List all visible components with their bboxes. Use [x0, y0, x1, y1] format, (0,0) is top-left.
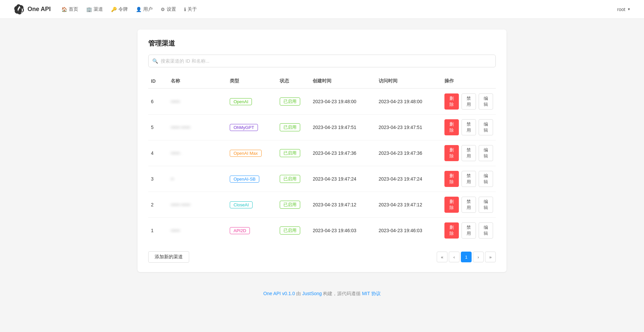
nav-item-channel[interactable]: 🏢 渠道 — [86, 6, 103, 12]
cell-actions: 删除禁用编辑 — [442, 166, 496, 192]
nav-item-settings[interactable]: ⚙ 设置 — [161, 6, 176, 12]
footer-text: One API v0.1.0 由 JustSong 构建，源代码遵循 MIT 协… — [263, 291, 381, 296]
delete-button[interactable]: 删除 — [444, 93, 459, 110]
user-menu[interactable]: root ▼ — [617, 7, 631, 12]
license-link[interactable]: MIT 协议 — [362, 291, 381, 296]
nav-item-about[interactable]: ℹ 关于 — [184, 6, 197, 12]
cell-id: 6 — [148, 88, 168, 115]
search-input[interactable] — [148, 55, 496, 67]
author-link[interactable]: JustSong — [302, 291, 322, 296]
edit-button[interactable]: 编辑 — [479, 171, 493, 187]
brand-logo-link[interactable]: One API — [13, 4, 51, 15]
type-badge: API2D — [230, 227, 250, 234]
table-container: ID 名称 类型 状态 创建时间 访问时间 操作 6••••••OpenAI已启… — [148, 74, 496, 243]
user-dropdown-icon: ▼ — [627, 7, 631, 11]
nav-item-user[interactable]: 👤 用户 — [136, 6, 153, 12]
nav-token-label: 令牌 — [118, 6, 128, 12]
table-row: 3••OpenAI-SB已启用2023-04-23 19:47:242023-0… — [148, 166, 496, 192]
cell-access-time: 2023-04-23 19:47:12 — [376, 192, 442, 218]
token-icon: 🔑 — [111, 7, 117, 12]
page-title: 管理渠道 — [148, 39, 496, 48]
nav-item-home[interactable]: 🏠 首页 — [61, 6, 78, 12]
nav-user-label: 用户 — [143, 6, 153, 12]
type-badge: OpenAI-SB — [230, 176, 259, 183]
cell-name: •••••• •••••• — [168, 192, 227, 218]
edit-button[interactable]: 编辑 — [479, 222, 493, 239]
pagination-prev[interactable]: ‹ — [449, 252, 460, 262]
delete-button[interactable]: 删除 — [444, 145, 459, 161]
pagination-next[interactable]: › — [473, 252, 484, 262]
current-user: root — [617, 7, 625, 12]
delete-button[interactable]: 删除 — [444, 197, 459, 213]
type-badge: OhMyGPT — [230, 124, 258, 131]
navbar-left: One API 🏠 首页 🏢 渠道 🔑 令牌 — [13, 4, 197, 15]
delete-button[interactable]: 删除 — [444, 171, 459, 187]
cell-access-time: 2023-04-23 19:47:36 — [376, 140, 442, 166]
pagination-first[interactable]: « — [437, 252, 447, 262]
cell-type: OhMyGPT — [227, 115, 277, 140]
nav-home-label: 首页 — [69, 6, 78, 12]
cell-status: 已启用 — [277, 192, 310, 218]
disable-button[interactable]: 禁用 — [462, 119, 476, 135]
cell-create-time: 2023-04-23 19:47:12 — [310, 192, 376, 218]
footer-middle: 构建，源代码遵循 — [323, 291, 362, 296]
action-buttons: 删除禁用编辑 — [444, 119, 493, 135]
cell-type: API2D — [227, 218, 277, 244]
edit-button[interactable]: 编辑 — [479, 93, 493, 110]
cell-create-time: 2023-04-23 19:47:51 — [310, 115, 376, 140]
col-access-time: 访问时间 — [376, 74, 442, 88]
disable-button[interactable]: 禁用 — [462, 197, 476, 213]
search-wrapper: 🔍 — [148, 55, 496, 67]
cell-type: OpenAI-SB — [227, 166, 277, 192]
col-create-time: 创建时间 — [310, 74, 376, 88]
pagination-current[interactable]: 1 — [461, 252, 472, 262]
add-channel-button[interactable]: 添加新的渠道 — [148, 251, 189, 263]
cell-type: OpenAI — [227, 88, 277, 115]
disable-button[interactable]: 禁用 — [462, 171, 476, 187]
type-badge: CloseAI — [230, 201, 253, 208]
edit-button[interactable]: 编辑 — [479, 197, 493, 213]
table-row: 1••••••API2D已启用2023-04-23 19:46:032023-0… — [148, 218, 496, 244]
disable-button[interactable]: 禁用 — [462, 93, 476, 110]
cell-access-time: 2023-04-23 19:48:00 — [376, 88, 442, 115]
footer-by: 由 — [296, 291, 302, 296]
cell-status: 已启用 — [277, 115, 310, 140]
version-link[interactable]: One API v0.1.0 — [263, 291, 295, 296]
channel-icon: 🏢 — [86, 7, 92, 12]
table-body: 6••••••OpenAI已启用2023-04-23 19:48:002023-… — [148, 88, 496, 243]
home-icon: 🏠 — [61, 7, 67, 12]
nav-links: 🏠 首页 🏢 渠道 🔑 令牌 👤 用户 — [61, 6, 197, 12]
cell-actions: 删除禁用编辑 — [442, 88, 496, 115]
table-row: 4•••••• .OpenAI Max已启用2023-04-23 19:47:3… — [148, 140, 496, 166]
nav-item-token[interactable]: 🔑 令牌 — [111, 6, 128, 12]
cell-name: •••••• — [168, 88, 227, 115]
delete-button[interactable]: 删除 — [444, 119, 459, 135]
col-actions: 操作 — [442, 74, 496, 88]
brand-name: One API — [28, 6, 51, 13]
table-row: 2•••••• ••••••CloseAI已启用2023-04-23 19:47… — [148, 192, 496, 218]
delete-button[interactable]: 删除 — [444, 222, 459, 239]
nav-channel-label: 渠道 — [94, 6, 103, 12]
pagination-last[interactable]: » — [485, 252, 496, 262]
col-type: 类型 — [227, 74, 277, 88]
site-footer: One API v0.1.0 由 JustSong 构建，源代码遵循 MIT 协… — [0, 283, 644, 302]
cell-status: 已启用 — [277, 166, 310, 192]
edit-button[interactable]: 编辑 — [479, 119, 493, 135]
cell-status: 已启用 — [277, 140, 310, 166]
status-badge: 已启用 — [280, 97, 300, 106]
cell-id: 3 — [148, 166, 168, 192]
cell-access-time: 2023-04-23 19:47:51 — [376, 115, 442, 140]
edit-button[interactable]: 编辑 — [479, 145, 493, 161]
nav-about-label: 关于 — [187, 6, 197, 12]
main-content: 管理渠道 🔍 ID 名称 类型 状态 创建时间 访问时间 操作 — [138, 29, 506, 272]
cell-access-time: 2023-04-23 19:47:24 — [376, 166, 442, 192]
disable-button[interactable]: 禁用 — [462, 145, 476, 161]
col-name: 名称 — [168, 74, 227, 88]
disable-button[interactable]: 禁用 — [462, 222, 476, 239]
settings-icon: ⚙ — [161, 7, 165, 12]
cell-type: OpenAI Max — [227, 140, 277, 166]
cell-create-time: 2023-04-23 19:47:24 — [310, 166, 376, 192]
table-footer: 添加新的渠道 « ‹ 1 › » — [148, 251, 496, 263]
action-buttons: 删除禁用编辑 — [444, 197, 493, 213]
cell-status: 已启用 — [277, 218, 310, 244]
